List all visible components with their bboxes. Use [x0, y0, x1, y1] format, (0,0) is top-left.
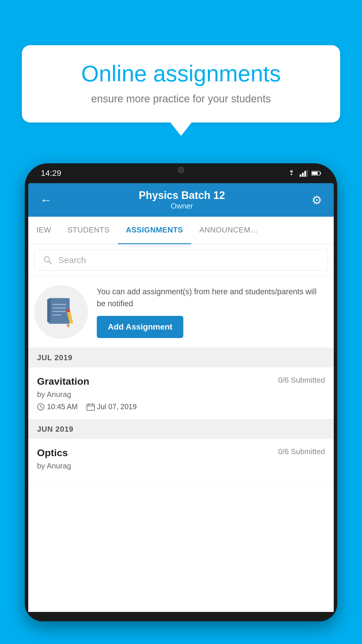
svg-rect-0 — [300, 174, 301, 177]
back-button[interactable]: ← — [40, 193, 52, 207]
svg-rect-2 — [304, 171, 306, 177]
assignment-info: You can add assignment(s) from here and … — [97, 286, 325, 338]
tabs-container: IEW STUDENTS ASSIGNMENTS ANNOUNCEM… — [28, 217, 334, 244]
assignment-icon-circle — [34, 285, 88, 339]
phone-frame: 14:29 — [25, 163, 337, 621]
svg-marker-16 — [66, 324, 71, 327]
header-title: Physics Batch 12 — [139, 189, 225, 202]
status-icons — [287, 170, 321, 177]
assignment-description: You can add assignment(s) from here and … — [97, 286, 325, 309]
assignment-optics[interactable]: Optics 0/6 Submitted by Anurag — [28, 439, 334, 482]
assignment-by-gravitation: by Anurag — [37, 390, 325, 399]
assignment-name-optics: Optics — [37, 447, 68, 459]
search-placeholder: Search — [58, 255, 86, 265]
clock-icon — [37, 403, 45, 411]
svg-rect-12 — [52, 311, 66, 312]
tab-assignments[interactable]: ASSIGNMENTS — [118, 217, 191, 244]
meta-time: 10:45 AM — [37, 402, 78, 411]
calendar-icon — [87, 403, 95, 411]
assignment-date-gravitation: Jul 07, 2019 — [97, 402, 137, 411]
signal-icon — [300, 170, 308, 177]
tab-iew[interactable]: IEW — [28, 217, 59, 244]
add-assignment-button[interactable]: Add Assignment — [97, 316, 183, 338]
camera — [178, 167, 184, 173]
assignment-time-gravitation: 10:45 AM — [47, 402, 78, 411]
add-assignment-section: You can add assignment(s) from here and … — [28, 276, 334, 348]
svg-rect-13 — [52, 314, 61, 316]
svg-rect-5 — [320, 172, 321, 174]
tab-announcements[interactable]: ANNOUNCEM… — [191, 217, 266, 244]
settings-icon[interactable]: ⚙ — [312, 193, 322, 207]
bubble-title: Online assignments — [41, 61, 321, 86]
assignment-submitted-gravitation: 0/6 Submitted — [278, 376, 325, 385]
phone-wrapper: 14:29 — [25, 163, 337, 644]
assignment-by-optics: by Anurag — [37, 461, 325, 470]
wifi-icon — [287, 170, 296, 176]
section-jul-label: JUL 2019 — [37, 353, 73, 362]
svg-rect-14 — [47, 299, 51, 322]
tab-students[interactable]: STUDENTS — [59, 217, 118, 244]
search-input[interactable]: Search — [34, 250, 328, 271]
svg-rect-6 — [312, 172, 318, 175]
assignment-gravitation[interactable]: Gravitation 0/6 Submitted by Anurag 10:4… — [28, 368, 334, 419]
status-time: 14:29 — [41, 169, 61, 178]
header-center: Physics Batch 12 Owner — [139, 189, 225, 211]
phone-screen: ← Physics Batch 12 Owner ⚙ IEW STUDENTS … — [28, 183, 334, 612]
svg-rect-3 — [307, 170, 308, 177]
assignment-meta-gravitation: 10:45 AM Jul 07, 2019 — [37, 402, 325, 411]
svg-line-8 — [49, 261, 52, 264]
svg-line-20 — [41, 407, 42, 408]
speech-bubble-arrow — [170, 122, 192, 136]
section-jun-label: JUN 2019 — [37, 425, 73, 433]
header-subtitle: Owner — [139, 202, 225, 211]
search-container: Search — [28, 244, 334, 276]
phone-notch — [155, 163, 207, 176]
assignment-submitted-optics: 0/6 Submitted — [278, 447, 325, 456]
search-icon — [43, 256, 52, 265]
svg-rect-11 — [52, 307, 66, 309]
assignment-item-top: Gravitation 0/6 Submitted — [37, 376, 325, 387]
speech-bubble-wrapper: Online assignments ensure more practice … — [22, 45, 340, 136]
status-bar: 14:29 — [25, 163, 337, 183]
bubble-subtitle: ensure more practice for your students — [41, 93, 321, 105]
section-jul-2019: JUL 2019 — [28, 348, 334, 368]
svg-rect-1 — [302, 173, 304, 177]
svg-rect-21 — [87, 404, 94, 410]
app-header: ← Physics Batch 12 Owner ⚙ — [28, 183, 334, 217]
assignment-optics-top: Optics 0/6 Submitted — [37, 447, 325, 459]
notebook-icon — [47, 297, 75, 327]
meta-date: Jul 07, 2019 — [87, 402, 137, 411]
section-jun-2019: JUN 2019 — [28, 419, 334, 439]
assignment-name-gravitation: Gravitation — [37, 376, 89, 387]
svg-rect-10 — [52, 304, 66, 305]
battery-icon — [311, 171, 321, 176]
speech-bubble: Online assignments ensure more practice … — [22, 45, 340, 123]
